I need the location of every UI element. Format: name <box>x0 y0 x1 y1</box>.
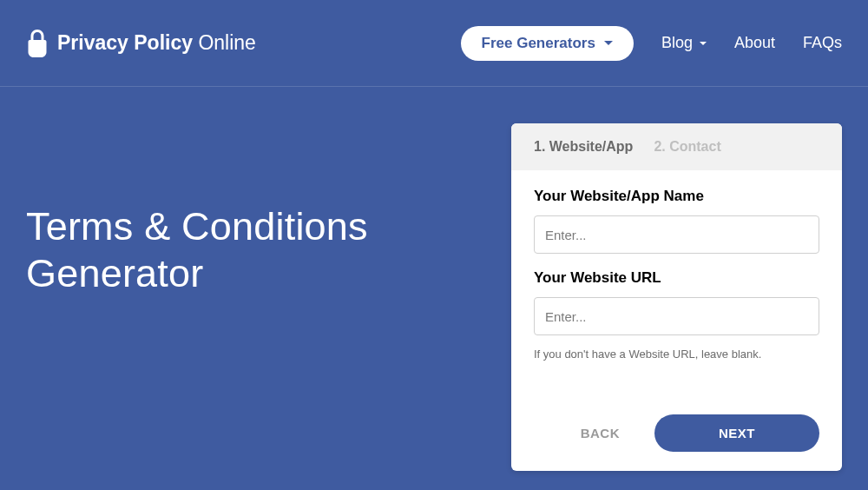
main: Terms & Conditions Generator 1. Website/… <box>0 87 868 490</box>
card-body: Your Website/App Name Your Website URL I… <box>511 170 842 361</box>
step-2[interactable]: 2. Contact <box>654 139 720 155</box>
wizard-steps: 1. Website/App 2. Contact <box>511 123 842 170</box>
brand-name-light: Online <box>198 31 255 54</box>
site-name-label: Your Website/App Name <box>534 188 819 205</box>
top-nav: Free Generators Blog About FAQs <box>461 26 842 61</box>
brand-name-bold: Privacy Policy <box>57 31 193 54</box>
nav-blog-label: Blog <box>661 34 693 52</box>
nav-blog[interactable]: Blog <box>661 34 707 52</box>
brand-logo[interactable]: Privacy Policy Online <box>26 29 256 58</box>
next-button[interactable]: NEXT <box>654 414 819 452</box>
page-title: Terms & Conditions Generator <box>26 123 485 490</box>
step-1[interactable]: 1. Website/App <box>534 139 633 155</box>
site-url-input[interactable] <box>534 297 819 335</box>
field-site-name: Your Website/App Name <box>534 188 819 254</box>
nav-faqs[interactable]: FAQs <box>803 34 842 52</box>
wizard-actions: BACK NEXT <box>511 414 842 471</box>
chevron-down-icon <box>604 41 613 45</box>
free-generators-button[interactable]: Free Generators <box>461 26 634 61</box>
lock-icon <box>26 29 49 58</box>
chevron-down-icon <box>700 42 707 45</box>
back-button[interactable]: BACK <box>560 415 641 451</box>
field-site-url: Your Website URL <box>534 269 819 335</box>
brand-name: Privacy Policy Online <box>57 31 256 55</box>
generator-card: 1. Website/App 2. Contact Your Website/A… <box>511 123 842 471</box>
nav-about[interactable]: About <box>734 34 775 52</box>
site-name-input[interactable] <box>534 215 819 254</box>
site-url-hint: If you don't have a Website URL, leave b… <box>534 348 819 361</box>
site-url-label: Your Website URL <box>534 269 819 287</box>
free-generators-label: Free Generators <box>482 35 595 52</box>
header: Privacy Policy Online Free Generators Bl… <box>0 0 868 87</box>
